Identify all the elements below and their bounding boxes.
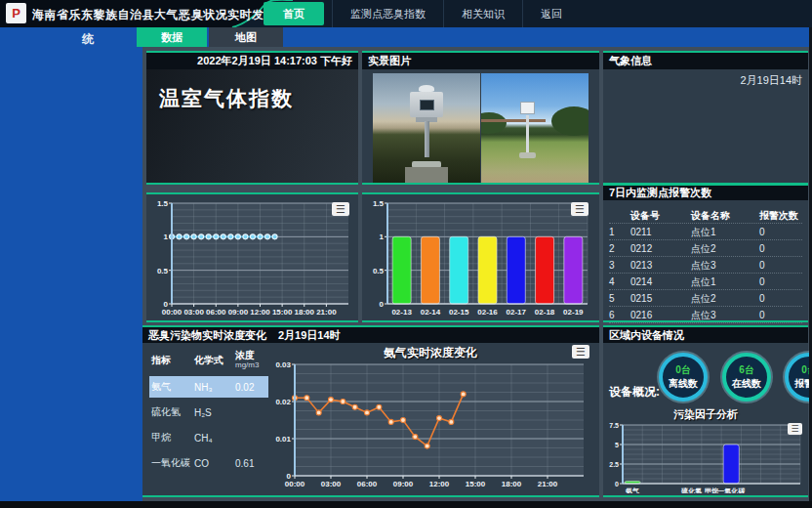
cell-alarm-count: 0: [759, 224, 802, 240]
cell-device-no: 0214: [630, 274, 691, 290]
svg-text:2.5: 2.5: [609, 461, 619, 468]
nav-item-odor-index[interactable]: 监测点恶臭指数: [332, 0, 443, 27]
greenhouse-panel: 2022年2月19日 14:17:03 下午好 温室气体指数: [146, 51, 358, 185]
offline-label: 离线数: [669, 377, 698, 391]
online-label: 在线数: [732, 377, 761, 391]
cell-name: 硫化氢: [151, 405, 194, 419]
svg-text:03:00: 03:00: [321, 480, 342, 488]
greenhouse-headline: 温室气体指数: [146, 69, 358, 112]
tab-data[interactable]: 数据: [137, 27, 207, 47]
cell-index: 3: [609, 257, 630, 274]
monitor-device-screen: [420, 100, 434, 110]
cell-index: 4: [609, 274, 630, 290]
chart-menu-icon[interactable]: ☰: [572, 345, 589, 359]
svg-text:02-18: 02-18: [535, 308, 555, 317]
cell-device-name: 点位2: [691, 290, 759, 307]
col-indicator: 指标: [151, 354, 194, 367]
cell-value: 0.61: [235, 458, 270, 469]
nav-item-back[interactable]: 返回: [522, 0, 580, 27]
svg-text:00:00: 00:00: [285, 480, 305, 488]
svg-text:甲烷: 甲烷: [705, 487, 718, 493]
chart-menu-icon[interactable]: ☰: [332, 202, 349, 216]
svg-text:氨气: 氨气: [625, 487, 639, 493]
photo-panel: 实景图片: [362, 51, 599, 185]
svg-text:02-17: 02-17: [507, 308, 527, 317]
monitor-pole: [526, 115, 529, 153]
svg-text:0.5: 0.5: [157, 267, 169, 275]
device-circle-online: 6台 在线数: [722, 353, 771, 402]
svg-text:12:00: 12:00: [429, 480, 450, 488]
offline-count: 0台: [675, 363, 691, 377]
device-overview-label: 设备概况:: [609, 384, 660, 401]
cell-index: 5: [609, 290, 630, 307]
alarm-table: 设备号 设备名称 报警次数 1 0211 点位1 0 2 0212 点位2 0: [609, 207, 802, 323]
svg-text:02-15: 02-15: [449, 308, 469, 317]
pollutant-table-header: 指标 化学式 浓度 mg/m3: [149, 349, 268, 372]
cell-alarm-count: 0: [759, 240, 802, 257]
odor-panel-title: 恶臭污染物实时浓度变化: [148, 328, 266, 343]
alarm-table-panel: 7日内监测点报警次数 设备号 设备名称 报警次数 1 0211 点位1 0 2 …: [603, 184, 808, 322]
svg-text:02-19: 02-19: [563, 308, 584, 317]
weather-time: 2月19日14时: [740, 73, 802, 88]
greenhouse-index-chart: 00.511.500:0003:0006:0009:0012:0015:0018…: [148, 197, 356, 318]
online-count: 6台: [739, 363, 754, 377]
col-index: [609, 207, 630, 224]
odor-panel: 恶臭污染物实时浓度变化 2月19日14时 指标 化学式 浓度 mg/m3 氨气 …: [142, 325, 599, 497]
svg-text:硫化氢: 硫化氢: [680, 487, 702, 493]
cell-formula: CO: [194, 458, 235, 469]
cell-alarm-count: 0: [759, 257, 802, 274]
svg-text:18:00: 18:00: [295, 308, 315, 317]
table-row: 2 0212 点位2 0: [609, 240, 802, 257]
table-row: 3 0213 点位3 0: [609, 257, 802, 274]
cell-formula: CH₄: [194, 433, 235, 444]
weather-panel-title: 气象信息: [603, 53, 808, 69]
cell-formula: NH₃: [194, 382, 235, 393]
pollution-factor-chart: 02.557.5氨气硫化氢甲烷一氧化碳: [605, 423, 804, 493]
cell-device-no: 0216: [630, 307, 691, 323]
col-unit: mg/m3: [235, 360, 270, 370]
cell-device-no: 0211: [630, 224, 691, 240]
chart-menu-icon[interactable]: ☰: [788, 423, 802, 435]
pollutant-row-ammonia[interactable]: 氨气 NH₃ 0.02: [149, 376, 268, 398]
cell-index: 6: [609, 307, 630, 323]
table-row: 1 0211 点位1 0: [609, 224, 802, 240]
cell-device-name: 点位3: [691, 307, 759, 323]
alarm-table-header: 设备号 设备名称 报警次数: [609, 207, 802, 224]
svg-text:0: 0: [615, 481, 619, 487]
main-nav: 首页 监测点恶臭指数 相关知识 返回: [264, 0, 580, 27]
svg-text:5: 5: [615, 442, 619, 448]
pollutant-row-h2s[interactable]: 硫化氢 H₂S: [149, 402, 268, 423]
cell-alarm-count: 0: [759, 290, 802, 307]
cell-device-name: 点位1: [691, 224, 759, 240]
col-formula: 化学式: [194, 354, 235, 367]
chart-menu-icon[interactable]: ☰: [571, 202, 589, 216]
svg-text:02-13: 02-13: [391, 308, 412, 317]
devices-panel-title: 区域内设备情况: [603, 327, 808, 343]
app-logo[interactable]: P: [6, 3, 26, 23]
site-photo-2: [481, 73, 589, 183]
nav-item-knowledge[interactable]: 相关知识: [443, 0, 522, 27]
cell-device-name: 点位3: [691, 257, 759, 274]
svg-text:15:00: 15:00: [272, 308, 293, 317]
monitor-device-box: [520, 102, 535, 114]
pollutant-row-ch4[interactable]: 甲烷 CH₄: [149, 427, 268, 448]
device-circle-offline: 0台 离线数: [659, 353, 708, 402]
cell-name: 一氧化碳: [151, 456, 194, 470]
daily-odor-chart-panel: 00.511.502-1302-1402-1502-1602-1702-1802…: [362, 192, 599, 322]
monitor-pole: [425, 121, 429, 157]
tab-map[interactable]: 地图: [209, 27, 283, 47]
tree-shape: [551, 106, 589, 136]
table-row: 4 0214 点位1 0: [609, 274, 802, 290]
cell-alarm-count: 0: [759, 274, 802, 290]
svg-text:0.02: 0.02: [275, 398, 291, 406]
col-alarm-count: 报警次数: [759, 207, 802, 224]
concrete-pillar: [405, 167, 448, 183]
cell-formula: H₂S: [194, 407, 235, 418]
cell-name: 氨气: [151, 380, 194, 394]
pollutant-row-co[interactable]: 一氧化碳 CO 0.61: [149, 452, 268, 474]
nav-item-home[interactable]: 首页: [264, 2, 324, 25]
svg-text:1.5: 1.5: [373, 199, 385, 208]
alarm-table-title: 7日内监测点报警次数: [603, 186, 808, 200]
ammonia-chart-title: 氨气实时浓度变化: [267, 345, 593, 361]
monitor-base: [519, 152, 536, 158]
